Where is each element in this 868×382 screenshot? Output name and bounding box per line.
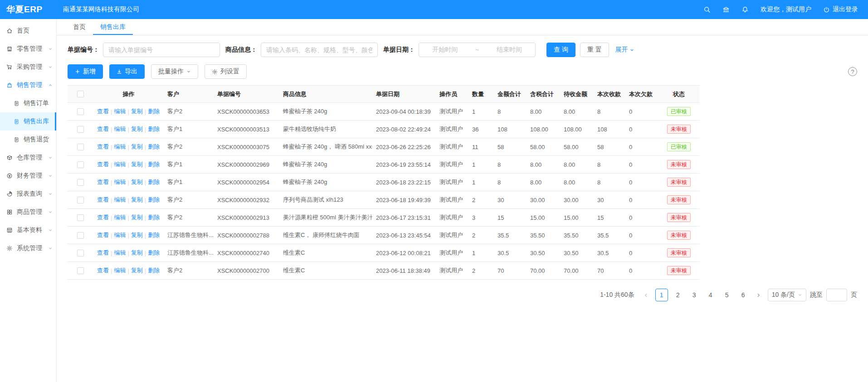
bell-icon[interactable]: [741, 6, 749, 13]
edit-link[interactable]: 编辑: [114, 107, 126, 116]
page-button-1[interactable]: 1: [655, 289, 668, 301]
column-settings-button[interactable]: 列设置: [205, 64, 247, 79]
view-link[interactable]: 查看: [97, 213, 109, 222]
row-checkbox[interactable]: [77, 232, 84, 239]
help-icon[interactable]: ?: [848, 67, 857, 76]
sidebar-item-basic-data[interactable]: 基本资料: [0, 221, 56, 239]
edit-link[interactable]: 编辑: [114, 125, 126, 133]
row-checkbox[interactable]: [77, 267, 84, 274]
copy-link[interactable]: 复制: [131, 107, 143, 116]
logout-button[interactable]: 退出登录: [823, 5, 858, 14]
row-checkbox[interactable]: [77, 214, 84, 221]
sidebar-item-sales-outbound[interactable]: 销售出库: [0, 112, 56, 131]
edit-link[interactable]: 编辑: [114, 213, 126, 222]
material-input[interactable]: [261, 43, 378, 57]
edit-link[interactable]: 编辑: [114, 160, 126, 169]
delete-link[interactable]: 删除: [148, 196, 160, 204]
edit-link[interactable]: 编辑: [114, 266, 126, 275]
export-button[interactable]: 导出: [109, 64, 145, 79]
row-checkbox[interactable]: [77, 161, 84, 168]
sidebar-item-system[interactable]: 系统管理: [0, 239, 56, 257]
table-row[interactable]: 查看|编辑|复制|删除 江苏德鲁生物科... XSCK00000002788 维…: [68, 227, 700, 244]
copy-link[interactable]: 复制: [131, 249, 143, 257]
sidebar-item-sales[interactable]: 销售管理: [0, 76, 56, 94]
copy-link[interactable]: 复制: [131, 160, 143, 169]
table-row[interactable]: 查看|编辑|复制|删除 客户2 XSCK00000003653 蜂蜜柚子茶 24…: [68, 103, 700, 121]
bank-icon[interactable]: [722, 6, 730, 13]
row-checkbox[interactable]: [77, 108, 84, 115]
edit-link[interactable]: 编辑: [114, 249, 126, 257]
delete-link[interactable]: 删除: [148, 249, 160, 257]
copy-link[interactable]: 复制: [131, 266, 143, 275]
delete-link[interactable]: 删除: [148, 231, 160, 239]
sidebar-item-retail[interactable]: 零售管理: [0, 40, 56, 58]
sidebar-item-goods[interactable]: 商品管理: [0, 203, 56, 221]
next-page-button[interactable]: [753, 289, 764, 301]
reset-button[interactable]: 重 置: [580, 43, 609, 57]
copy-link[interactable]: 复制: [131, 196, 143, 204]
sidebar-item-sales-return[interactable]: 销售退货: [0, 131, 56, 149]
sidebar-item-finance[interactable]: 财务管理: [0, 167, 56, 185]
page-size-select[interactable]: 10 条/页: [768, 289, 806, 301]
date-range-picker[interactable]: 开始时间 ~ 结束时间: [419, 43, 536, 57]
search-button[interactable]: 查 询: [546, 43, 575, 57]
tab-sales-outbound[interactable]: 销售出库: [93, 19, 133, 35]
batch-operations-button[interactable]: 批量操作: [151, 64, 198, 79]
sidebar-item-warehouse[interactable]: 仓库管理: [0, 149, 56, 167]
table-row[interactable]: 查看|编辑|复制|删除 客户2 XSCK00000002932 序列号商品测试 …: [68, 191, 700, 209]
edit-link[interactable]: 编辑: [114, 178, 126, 186]
sidebar-item-purchase[interactable]: 采购管理: [0, 58, 56, 76]
view-link[interactable]: 查看: [97, 107, 109, 116]
select-all-checkbox[interactable]: [77, 91, 84, 97]
table-row[interactable]: 查看|编辑|复制|删除 客户2 XSCK00000002913 美汁源果粒橙 5…: [68, 209, 700, 227]
search-icon[interactable]: [703, 6, 711, 13]
row-checkbox[interactable]: [77, 144, 84, 150]
view-link[interactable]: 查看: [97, 160, 109, 169]
page-button-6[interactable]: 6: [737, 289, 750, 301]
copy-link[interactable]: 复制: [131, 231, 143, 239]
view-link[interactable]: 查看: [97, 196, 109, 204]
table-row[interactable]: 查看|编辑|复制|删除 客户2 XSCK00000002700 维生素C 202…: [68, 262, 700, 280]
row-checkbox[interactable]: [77, 197, 84, 203]
table-row[interactable]: 查看|编辑|复制|删除 客户1 XSCK00000002954 蜂蜜柚子茶 24…: [68, 174, 700, 191]
edit-link[interactable]: 编辑: [114, 231, 126, 239]
bill-no-input[interactable]: [103, 43, 220, 57]
view-link[interactable]: 查看: [97, 231, 109, 239]
delete-link[interactable]: 删除: [148, 143, 160, 151]
table-row[interactable]: 查看|编辑|复制|删除 客户1 XSCK00000003513 蒙牛精选牧场纯牛…: [68, 121, 700, 138]
expand-link[interactable]: 展开: [615, 46, 634, 54]
row-checkbox[interactable]: [77, 126, 84, 133]
table-row[interactable]: 查看|编辑|复制|删除 客户2 XSCK00000003075 蜂蜜柚子茶 24…: [68, 138, 700, 156]
sidebar-item-home[interactable]: 首页: [0, 22, 56, 40]
sidebar-item-report[interactable]: 报表查询: [0, 185, 56, 203]
add-button[interactable]: 新增: [68, 64, 103, 79]
delete-link[interactable]: 删除: [148, 178, 160, 186]
copy-link[interactable]: 复制: [131, 125, 143, 133]
view-link[interactable]: 查看: [97, 178, 109, 186]
view-link[interactable]: 查看: [97, 143, 109, 151]
delete-link[interactable]: 删除: [148, 125, 160, 133]
table-row[interactable]: 查看|编辑|复制|删除 客户1 XSCK00000002969 蜂蜜柚子茶 24…: [68, 156, 700, 174]
page-button-3[interactable]: 3: [688, 289, 701, 301]
page-button-2[interactable]: 2: [672, 289, 684, 301]
copy-link[interactable]: 复制: [131, 178, 143, 186]
copy-link[interactable]: 复制: [131, 143, 143, 151]
prev-page-button[interactable]: [641, 289, 652, 301]
row-checkbox[interactable]: [77, 179, 84, 186]
page-button-4[interactable]: 4: [704, 289, 717, 301]
sidebar-item-sales-order[interactable]: 销售订单: [0, 94, 56, 112]
tab-home[interactable]: 首页: [66, 19, 93, 35]
delete-link[interactable]: 删除: [148, 107, 160, 116]
view-link[interactable]: 查看: [97, 125, 109, 133]
view-link[interactable]: 查看: [97, 249, 109, 257]
view-link[interactable]: 查看: [97, 266, 109, 275]
delete-link[interactable]: 删除: [148, 160, 160, 169]
jump-page-input[interactable]: [826, 289, 847, 301]
page-button-5[interactable]: 5: [721, 289, 733, 301]
row-checkbox[interactable]: [77, 250, 84, 256]
table-row[interactable]: 查看|编辑|复制|删除 江苏德鲁生物科... XSCK00000002740 维…: [68, 244, 700, 262]
edit-link[interactable]: 编辑: [114, 196, 126, 204]
copy-link[interactable]: 复制: [131, 213, 143, 222]
edit-link[interactable]: 编辑: [114, 143, 126, 151]
delete-link[interactable]: 删除: [148, 266, 160, 275]
